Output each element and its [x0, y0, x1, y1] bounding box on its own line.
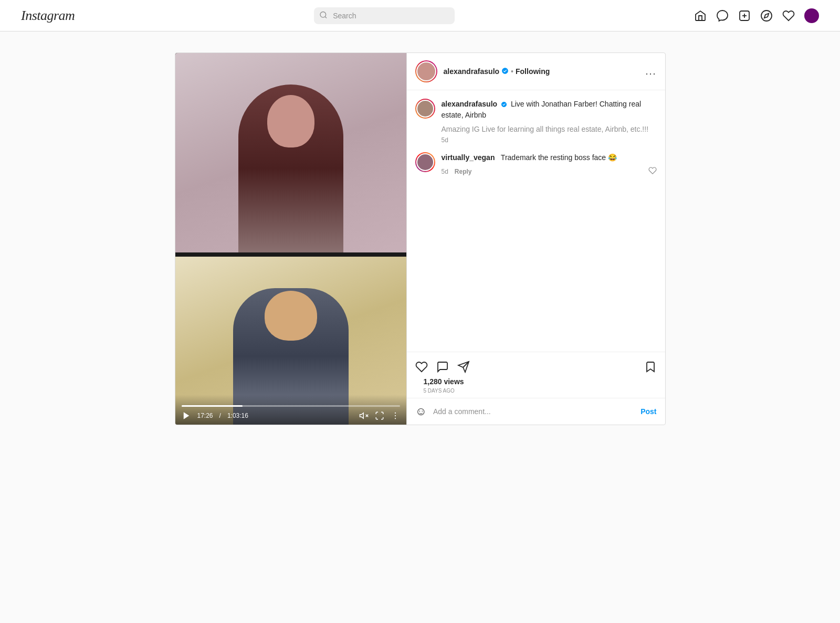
bookmark-button[interactable]: [644, 361, 657, 373]
more-options-icon[interactable]: [391, 411, 400, 420]
svg-point-0: [320, 12, 326, 17]
video-current-time: 17:26: [197, 412, 213, 419]
post-avatar[interactable]: [415, 60, 437, 82]
search-input[interactable]: [314, 7, 455, 24]
emoji-button[interactable]: ☺: [415, 405, 427, 418]
play-button[interactable]: [182, 411, 191, 420]
svg-point-13: [394, 418, 395, 419]
comment-meta: 5d Reply: [442, 166, 657, 176]
add-comment-bar: ☺ Post: [407, 398, 665, 425]
commenter-username[interactable]: virtually_vegan: [442, 153, 495, 162]
caption-username[interactable]: alexandrafasulo: [442, 100, 498, 108]
svg-point-12: [394, 415, 395, 416]
video-top-content: [175, 53, 406, 252]
caption-extra-text: Amazing IG Live for learning all things …: [442, 125, 657, 133]
commenter-avatar-inner: [416, 153, 434, 171]
caption-comment: alexandrafasulo Live with Jonathan Farbe…: [415, 99, 657, 144]
header-icons: [694, 8, 819, 23]
comment-like-icon[interactable]: [648, 166, 657, 176]
search-bar[interactable]: [314, 7, 455, 24]
heart-icon[interactable]: [782, 9, 795, 22]
following-label: Following: [516, 67, 550, 76]
messenger-icon[interactable]: [716, 9, 729, 22]
mute-icon[interactable]: [359, 411, 369, 420]
video-player[interactable]: 17:26 / 1:03:16: [175, 53, 406, 425]
video-total-time: 1:03:16: [227, 412, 248, 419]
post-username[interactable]: alexandrafasulo: [444, 67, 500, 76]
commenter-avatar[interactable]: [415, 152, 435, 172]
comment-button[interactable]: [436, 361, 449, 373]
explore-icon[interactable]: [760, 9, 773, 22]
caption-meta: 5d: [442, 136, 657, 144]
caption-avatar-inner: [416, 100, 434, 118]
comment-item: virtually_vegan Trademark the resting bo…: [415, 152, 657, 176]
post-username-wrap: alexandrafasulo • Following: [444, 67, 646, 76]
caption-avatar[interactable]: [415, 99, 435, 119]
svg-line-1: [325, 16, 327, 18]
comment-body: virtually_vegan Trademark the resting bo…: [442, 152, 657, 176]
caption-timestamp: 5d: [442, 136, 448, 144]
reply-button[interactable]: Reply: [455, 168, 472, 175]
svg-point-11: [394, 413, 395, 414]
svg-marker-8: [360, 413, 363, 419]
video-progress-fill: [182, 405, 243, 407]
views-count: 1,280 views: [415, 377, 657, 388]
share-button[interactable]: [457, 361, 470, 373]
search-icon: [319, 10, 328, 20]
video-divider: [175, 252, 406, 257]
home-icon[interactable]: [694, 9, 707, 22]
post-header: alexandrafasulo • Following ...: [407, 53, 665, 90]
post-date: 5 DAYS AGO: [415, 388, 657, 398]
comment-text: virtually_vegan Trademark the resting bo…: [442, 152, 657, 163]
verified-icon: [501, 67, 509, 76]
post-comment-button[interactable]: Post: [640, 407, 656, 416]
like-button[interactable]: [415, 361, 428, 373]
post-container: 17:26 / 1:03:16: [175, 52, 666, 425]
header: Instagram: [0, 0, 840, 31]
video-separator: /: [219, 412, 221, 419]
fullscreen-icon[interactable]: [375, 411, 384, 420]
create-icon[interactable]: [738, 9, 751, 22]
comment-timestamp: 5d: [442, 168, 448, 175]
svg-marker-7: [183, 412, 189, 419]
caption-text: alexandrafasulo Live with Jonathan Farbe…: [442, 99, 657, 121]
user-avatar[interactable]: [804, 8, 819, 23]
svg-point-5: [761, 10, 772, 21]
video-controls: 17:26 / 1:03:16: [175, 395, 406, 425]
caption-body: alexandrafasulo Live with Jonathan Farbe…: [442, 99, 657, 144]
video-controls-row: 17:26 / 1:03:16: [182, 411, 400, 420]
comments-section: alexandrafasulo Live with Jonathan Farbe…: [407, 90, 665, 352]
video-progress-bar[interactable]: [182, 405, 400, 407]
instagram-logo: Instagram: [21, 8, 75, 24]
post-avatar-inner: [416, 61, 436, 81]
dot-separator: •: [511, 67, 513, 76]
video-bottom-panel: 17:26 / 1:03:16: [175, 257, 406, 425]
action-icons: [415, 356, 657, 377]
main-content: 17:26 / 1:03:16: [0, 31, 840, 446]
svg-marker-6: [764, 13, 769, 17]
person-top-silhouette: [175, 53, 406, 252]
action-bar: 1,280 views 5 DAYS AGO: [407, 352, 665, 398]
comment-content: Trademark the resting boss face 😂: [501, 153, 617, 162]
video-top-panel: [175, 53, 406, 252]
post-right-panel: alexandrafasulo • Following ...: [406, 53, 665, 425]
more-options-button[interactable]: ...: [645, 66, 656, 77]
comment-input[interactable]: [433, 407, 634, 416]
verified-small: [501, 100, 509, 108]
